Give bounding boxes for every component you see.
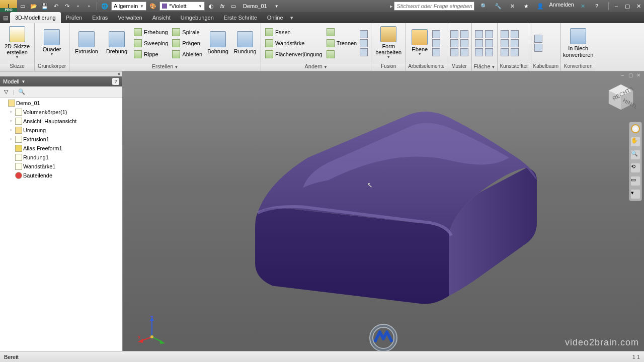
tab-umgebungen[interactable]: Umgebungen bbox=[176, 12, 219, 23]
tree-item[interactable]: Bauteilende bbox=[1, 171, 121, 180]
rundung-button[interactable]: Rundung bbox=[232, 25, 258, 62]
tab-erste-schritte[interactable]: Erste Schritte bbox=[219, 12, 262, 23]
fx-icon[interactable]: fx bbox=[218, 2, 227, 11]
appearance-combo[interactable]: *Violett▼ bbox=[159, 2, 205, 11]
help-icon[interactable]: ? bbox=[592, 2, 601, 11]
extrusion-button[interactable]: Extrusion bbox=[72, 25, 101, 62]
mirror-icon[interactable] bbox=[450, 48, 458, 56]
plastic-icon-2[interactable] bbox=[501, 39, 509, 47]
filter-icon[interactable]: ▽ bbox=[2, 88, 10, 96]
form-bearbeiten-button[interactable]: Form bearbeiten▼ bbox=[374, 25, 403, 62]
steering-wheel-icon[interactable] bbox=[631, 124, 640, 133]
tree-item[interactable]: +Extrusion1 bbox=[1, 135, 121, 144]
browser-header[interactable]: Modell▼? bbox=[0, 76, 122, 86]
pattern-icon-5[interactable] bbox=[460, 39, 468, 47]
tree-item[interactable]: +Volumenkörper(1) bbox=[1, 108, 121, 117]
binoculars-icon[interactable]: 🔍 bbox=[479, 2, 489, 11]
tree-item[interactable]: Alias Freeform1 bbox=[1, 144, 121, 153]
surface-icon-3[interactable] bbox=[475, 48, 483, 56]
open-icon[interactable]: 📂 bbox=[29, 2, 38, 11]
surface-icon-6[interactable] bbox=[485, 48, 493, 56]
key-icon[interactable]: 🔧 bbox=[494, 2, 503, 11]
fasen-button[interactable]: Fasen bbox=[264, 27, 324, 38]
ableiten-button[interactable]: Ableiten bbox=[171, 49, 203, 60]
flaechenverjuengung-button[interactable]: Flächenverjüngung bbox=[264, 49, 324, 60]
tree-item[interactable]: +Ursprung bbox=[1, 126, 121, 135]
lookat-icon[interactable]: ▭ bbox=[631, 176, 640, 186]
trennen-button[interactable]: Trennen bbox=[326, 38, 358, 49]
pattern-icon-4[interactable] bbox=[460, 30, 468, 38]
star-icon[interactable]: ★ bbox=[522, 2, 531, 11]
model-tree[interactable]: Demo_01 +Volumenkörper(1) +Ansicht: Haup… bbox=[0, 98, 122, 351]
pattern-rect-icon[interactable] bbox=[450, 30, 458, 38]
tree-item[interactable]: +Ansicht: Hauptansicht bbox=[1, 117, 121, 126]
undo-icon[interactable]: ↶ bbox=[51, 2, 60, 11]
find-icon[interactable]: 🔍 bbox=[18, 88, 26, 96]
pattern-circ-icon[interactable] bbox=[450, 39, 458, 47]
group-aendern[interactable]: Ändern▼ bbox=[261, 63, 371, 71]
tab-extras[interactable]: Extras bbox=[87, 12, 113, 23]
pan-icon[interactable]: ✋ bbox=[631, 137, 640, 146]
harness-icon-1[interactable] bbox=[534, 35, 542, 43]
surface-icon-5[interactable] bbox=[485, 39, 493, 47]
rippe-button[interactable]: Rippe bbox=[133, 49, 169, 60]
save-icon[interactable]: 💾 bbox=[40, 2, 49, 11]
bohrung-button[interactable]: Bohrung bbox=[205, 25, 230, 62]
ucs-icon[interactable] bbox=[432, 48, 440, 56]
sweeping-button[interactable]: Sweeping bbox=[133, 38, 169, 49]
modify-icon-1[interactable] bbox=[360, 30, 368, 38]
quader-button[interactable]: Quader▼ bbox=[38, 25, 66, 62]
link-icon[interactable]: ✕ bbox=[508, 2, 517, 11]
modify-icon-3[interactable] bbox=[360, 48, 368, 56]
tree-item[interactable]: Wandstärke1 bbox=[1, 162, 121, 171]
modify-icon-2[interactable] bbox=[360, 39, 368, 47]
group-erstellen[interactable]: Erstellen▼ bbox=[69, 63, 261, 71]
minimize-icon[interactable]: – bbox=[612, 2, 621, 11]
vp-close-icon[interactable]: ✕ bbox=[635, 72, 642, 78]
color-icon[interactable]: 🎨 bbox=[148, 2, 157, 11]
viewcube[interactable]: RECHTS HINTEN bbox=[606, 81, 636, 112]
search-input[interactable] bbox=[394, 2, 474, 11]
split-icon[interactable] bbox=[326, 27, 358, 38]
tab-overflow-icon[interactable]: ▾ bbox=[290, 15, 293, 21]
redo-icon[interactable]: ↷ bbox=[62, 2, 71, 11]
update-icon[interactable]: ▫ bbox=[85, 2, 94, 11]
drehung-button[interactable]: Drehung bbox=[103, 25, 131, 62]
orbit-icon[interactable]: ⟲ bbox=[631, 163, 640, 172]
app-logo[interactable]: IPRO bbox=[0, 0, 17, 12]
material-combo[interactable]: Allgemein▼ bbox=[111, 2, 146, 11]
nav-more-icon[interactable]: ▾ bbox=[631, 190, 640, 199]
tree-root[interactable]: Demo_01 bbox=[1, 99, 121, 108]
zoom-icon[interactable]: 🔍 bbox=[631, 150, 640, 159]
tab-verwalten[interactable]: Verwalten bbox=[113, 12, 147, 23]
surface-icon-4[interactable] bbox=[485, 30, 493, 38]
harness-icon-2[interactable] bbox=[534, 44, 542, 52]
panel-help-icon[interactable]: ? bbox=[112, 78, 119, 85]
praegen-button[interactable]: Prägen bbox=[171, 38, 203, 49]
plastic-icon-5[interactable] bbox=[511, 39, 519, 47]
menu-toggle-icon[interactable]: ▤ bbox=[3, 15, 8, 21]
select-icon[interactable]: ▫ bbox=[73, 2, 83, 11]
tab-ansicht[interactable]: Ansicht bbox=[147, 12, 176, 23]
surface-icon-2[interactable] bbox=[475, 39, 483, 47]
erhebung-button[interactable]: Erhebung bbox=[133, 27, 169, 38]
mass-icon[interactable]: ▭ bbox=[229, 2, 238, 11]
vp-maximize-icon[interactable]: ▢ bbox=[627, 72, 634, 78]
plastic-icon-3[interactable] bbox=[501, 48, 509, 56]
ebene-button[interactable]: Ebene▼ bbox=[409, 25, 430, 62]
sketch-2d-button[interactable]: 2D-Skizze erstellen▼ bbox=[3, 25, 31, 62]
spirale-button[interactable]: Spirale bbox=[171, 27, 203, 38]
viewport[interactable]: –▢✕ RECHTS HINTEN bbox=[123, 71, 644, 351]
surface-icon-1[interactable] bbox=[475, 30, 483, 38]
signin-link[interactable]: Anmelden bbox=[549, 2, 574, 11]
plastic-icon-4[interactable] bbox=[511, 30, 519, 38]
new-icon[interactable]: ▭ bbox=[18, 2, 27, 11]
tree-item[interactable]: Rundung1 bbox=[1, 153, 121, 162]
vp-minimize-icon[interactable]: – bbox=[619, 72, 626, 78]
tab-online[interactable]: Online bbox=[262, 12, 288, 23]
axis-icon[interactable] bbox=[432, 30, 440, 38]
plastic-icon-1[interactable] bbox=[501, 30, 509, 38]
plastic-icon-6[interactable] bbox=[511, 48, 519, 56]
wandstaerke-button[interactable]: Wandstärke bbox=[264, 38, 324, 49]
user-icon[interactable]: 👤 bbox=[536, 2, 545, 11]
